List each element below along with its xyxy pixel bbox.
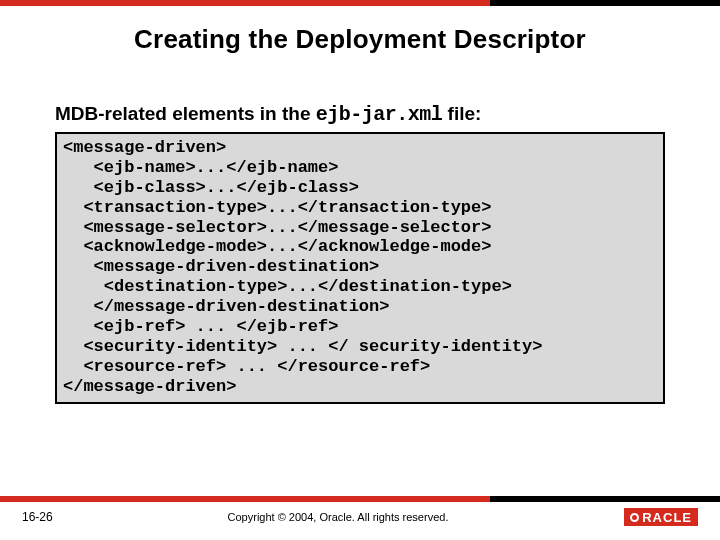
subtitle-pre: MDB-related elements in the (55, 103, 316, 124)
content-area: MDB-related elements in the ejb-jar.xml … (0, 103, 720, 540)
slide-title: Creating the Deployment Descriptor (0, 24, 720, 55)
subtitle: MDB-related elements in the ejb-jar.xml … (55, 103, 665, 126)
oracle-logo-box: RACLE (624, 508, 698, 526)
top-accent-bar (0, 0, 720, 6)
oracle-o-icon (630, 513, 639, 522)
copyright-text: Copyright © 2004, Oracle. All rights res… (82, 511, 594, 523)
subtitle-code: ejb-jar.xml (316, 103, 443, 126)
slide: Creating the Deployment Descriptor MDB-r… (0, 0, 720, 540)
subtitle-post: file: (442, 103, 481, 124)
code-block: <message-driven> <ejb-name>...</ejb-name… (55, 132, 665, 404)
footer: 16-26 Copyright © 2004, Oracle. All righ… (0, 496, 720, 540)
oracle-logo: RACLE (594, 508, 698, 526)
slide-number: 16-26 (22, 510, 82, 524)
footer-row: 16-26 Copyright © 2004, Oracle. All righ… (0, 502, 720, 540)
oracle-logo-text: RACLE (642, 510, 692, 525)
